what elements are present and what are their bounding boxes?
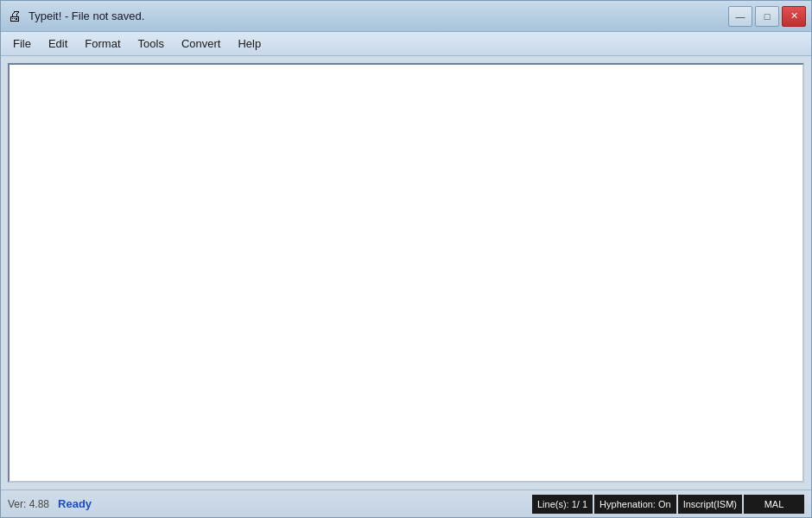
- status-left: Ver: 4.88 Ready: [8, 497, 92, 510]
- menu-tools[interactable]: Tools: [130, 34, 173, 54]
- lines-badge: Line(s): 1/ 1: [532, 495, 593, 514]
- menu-convert[interactable]: Convert: [173, 34, 230, 54]
- status-ready: Ready: [58, 497, 92, 510]
- maximize-button[interactable]: □: [755, 6, 779, 27]
- menu-format[interactable]: Format: [76, 34, 129, 54]
- hyphenation-badge: Hyphenation: On: [594, 495, 676, 514]
- title-bar: 🖨 Typeit! - File not saved. — □ ✕: [1, 1, 811, 32]
- text-editor[interactable]: [8, 63, 804, 483]
- menu-bar: File Edit Format Tools Convert Help: [1, 32, 811, 56]
- main-window: 🖨 Typeit! - File not saved. — □ ✕ File E…: [0, 0, 812, 518]
- window-controls: — □ ✕: [728, 6, 806, 27]
- window-title: Typeit! - File not saved.: [29, 9, 144, 22]
- minimize-button[interactable]: —: [728, 6, 752, 27]
- status-bar: Ver: 4.88 Ready Line(s): 1/ 1 Hyphenatio…: [1, 490, 811, 517]
- menu-file[interactable]: File: [4, 34, 40, 54]
- menu-edit[interactable]: Edit: [40, 34, 76, 54]
- menu-help[interactable]: Help: [229, 34, 270, 54]
- main-content: [1, 56, 811, 490]
- status-right: Line(s): 1/ 1 Hyphenation: On Inscript(I…: [532, 495, 804, 514]
- title-bar-left: 🖨 Typeit! - File not saved.: [6, 8, 144, 25]
- close-button[interactable]: ✕: [782, 6, 806, 27]
- language-badge: MAL: [744, 495, 804, 514]
- input-method-badge: Inscript(ISM): [678, 495, 742, 514]
- version-label: Ver: 4.88: [8, 498, 49, 510]
- app-icon: 🖨: [6, 8, 23, 25]
